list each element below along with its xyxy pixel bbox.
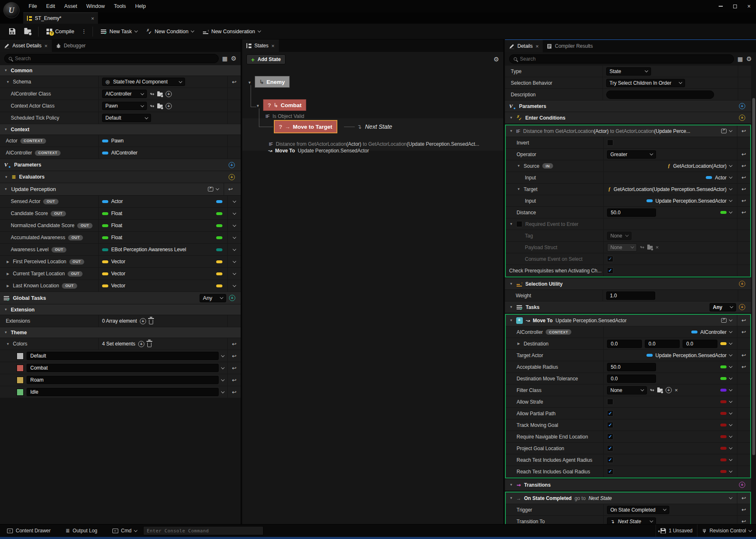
project-goal-location-checkbox[interactable]	[607, 445, 613, 451]
search-input[interactable]	[15, 56, 214, 61]
operator-dropdown[interactable]: Greater	[607, 150, 656, 159]
new-consideration-button[interactable]: New Consideration	[199, 25, 264, 38]
chevron-down-icon[interactable]	[729, 496, 732, 499]
reset-icon[interactable]: ↩	[741, 518, 746, 524]
state-node-enemy[interactable]: ↳ Enemy	[255, 76, 290, 88]
source-binding-button[interactable]: ƒGetActorLocation(Actor)	[668, 163, 734, 169]
chevron-down-icon[interactable]	[729, 376, 732, 380]
chevron-down-icon[interactable]	[729, 365, 732, 368]
chevron-down-icon[interactable]	[232, 271, 236, 274]
browse-folder-icon[interactable]	[157, 105, 163, 108]
chevron-down-icon[interactable]	[221, 390, 224, 393]
expander-icon[interactable]: ▼	[517, 187, 521, 191]
color-name-field[interactable]: Idle	[27, 388, 219, 396]
state-tree-canvas[interactable]: ▼ ↳ Enemy ▼ ? ↳ Combat IF Is Object Vali…	[242, 67, 503, 524]
maximize-button[interactable]	[728, 0, 742, 12]
search-box[interactable]	[509, 54, 734, 64]
move-to-header-row[interactable]: ▼ ↝ Move To Update Perception.SensedActo…	[506, 315, 750, 326]
delete-icon[interactable]	[149, 320, 153, 324]
reset-icon[interactable]: ↩	[741, 364, 746, 370]
expander-icon[interactable]: ▶	[6, 260, 10, 264]
unreal-logo-icon[interactable]: U	[3, 2, 20, 18]
new-condition-button[interactable]: ✗✓ New Condition	[143, 25, 198, 38]
view-options-grid-icon[interactable]: ▦	[222, 55, 227, 62]
chevron-down-icon[interactable]	[232, 235, 236, 238]
payload-struct-dropdown[interactable]: None	[607, 243, 637, 252]
combat-expander-icon[interactable]: ▼	[256, 104, 260, 108]
destination-x-field[interactable]: 0.0	[607, 340, 642, 348]
delete-icon[interactable]	[147, 343, 151, 347]
view-options-grid-icon[interactable]: ▦	[737, 56, 743, 62]
reset-icon[interactable]: ↩	[741, 128, 746, 134]
tab-debugger[interactable]: Debugger	[52, 39, 90, 52]
distance-field[interactable]: 50.0	[607, 208, 656, 217]
expander-icon[interactable]: ▼	[4, 175, 8, 179]
clear-icon[interactable]: ×	[656, 244, 659, 250]
chevron-down-icon[interactable]	[729, 210, 732, 213]
description-field[interactable]	[606, 91, 714, 99]
expander-icon[interactable]: ▼	[4, 187, 8, 191]
tasks-mode-dropdown[interactable]: Any	[710, 303, 736, 311]
color-swatch[interactable]	[17, 353, 24, 360]
reset-icon[interactable]: ↩	[741, 174, 746, 181]
expander-icon[interactable]: ▼	[509, 496, 513, 500]
weight-field[interactable]: 1.0	[606, 292, 655, 300]
expander-icon[interactable]: ▶	[6, 284, 10, 288]
expander-icon[interactable]: ▼	[509, 318, 513, 322]
console-command-input[interactable]	[147, 528, 260, 534]
menu-tools[interactable]: Tools	[109, 1, 130, 11]
add-parameter-icon[interactable]: +	[229, 162, 235, 168]
chevron-down-icon[interactable]	[232, 283, 236, 287]
next-state-link[interactable]: ↴ Next State	[357, 123, 392, 130]
chevron-down-icon[interactable]	[232, 199, 236, 202]
tab-asset-details[interactable]: Asset Details ×	[0, 39, 52, 52]
color-name-field[interactable]: Combat	[27, 364, 219, 372]
console-command-box[interactable]	[143, 526, 263, 535]
chevron-down-icon[interactable]	[729, 399, 732, 403]
destination-z-field[interactable]: 0.0	[683, 340, 717, 348]
required-event-checkbox[interactable]	[516, 221, 522, 227]
expander-icon[interactable]: ▶	[6, 272, 10, 276]
expander-icon[interactable]: ▼	[509, 305, 513, 309]
condition-header-row[interactable]: ▼ IF Distance from GetActorLocation(Acto…	[506, 125, 750, 137]
chevron-down-icon[interactable]	[729, 341, 732, 345]
allow-strafe-checkbox[interactable]	[607, 399, 613, 405]
color-swatch[interactable]	[17, 365, 24, 372]
expander-icon[interactable]: ▼	[509, 129, 513, 133]
color-name-field[interactable]: Roam	[27, 376, 219, 384]
add-array-element-icon[interactable]: +	[140, 318, 146, 324]
section-common[interactable]: ▼ Common	[0, 65, 241, 76]
source-input-binding-button[interactable]: Actor	[706, 175, 734, 181]
global-tasks-mode-dropdown[interactable]: Any	[200, 294, 226, 302]
tab-details[interactable]: Details ×	[505, 40, 543, 52]
target-actor-binding-button[interactable]: Update Perception.SensedActor	[646, 353, 734, 358]
reset-icon[interactable]: ↩	[232, 353, 237, 359]
tab-st-enemy[interactable]: ST_Enemy* ×	[23, 12, 98, 24]
reset-icon[interactable]: ↩	[232, 79, 237, 85]
acceptable-radius-field[interactable]: 50.0	[607, 363, 656, 371]
menu-file[interactable]: File	[24, 1, 41, 11]
expander-icon[interactable]: ▼	[6, 80, 10, 84]
color-name-field[interactable]: Default	[27, 352, 219, 360]
expander-icon[interactable]: ▼	[6, 342, 10, 346]
section-global-tasks[interactable]: ✓ Global Tasks Any +	[0, 292, 241, 304]
expander-icon[interactable]: ▼	[4, 331, 8, 334]
chevron-down-icon[interactable]	[729, 458, 732, 461]
add-task-icon[interactable]: +	[739, 304, 745, 310]
section-transitions[interactable]: ▼ ⇝ Transitions +	[505, 479, 751, 491]
trigger-dropdown[interactable]: On State Completed	[607, 506, 669, 514]
reach-test-includes-agent-radius-checkbox[interactable]	[607, 457, 613, 463]
consume-event-checkbox[interactable]	[607, 256, 613, 262]
transition-header-row[interactable]: ▼ → On State Completed go to Next State …	[506, 492, 750, 504]
expander-icon[interactable]: ▼	[509, 282, 513, 286]
use-selected-icon[interactable]: ↫	[150, 103, 154, 109]
expander-icon[interactable]: ▼	[509, 222, 513, 226]
menu-edit[interactable]: Edit	[41, 1, 60, 11]
expander-icon[interactable]: ▼	[4, 127, 8, 131]
chevron-down-icon[interactable]	[729, 388, 732, 391]
add-icon[interactable]: +	[166, 103, 172, 109]
browse-folder-icon[interactable]	[647, 246, 653, 250]
cmd-dropdown-button[interactable]: Cmd	[108, 525, 141, 536]
settings-gear-icon[interactable]: ⚙	[746, 55, 752, 63]
goto-source-icon[interactable]	[721, 129, 727, 133]
